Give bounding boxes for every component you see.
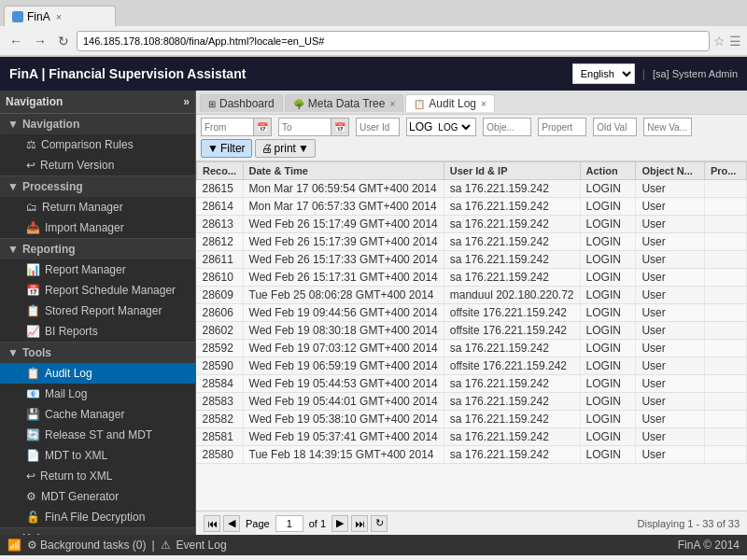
refresh-table-button[interactable]: ↻ [371, 515, 388, 532]
cell-datetime: Wed Feb 26 15:17:31 GMT+400 2014 [243, 269, 444, 287]
header-right: English | [sa] System Admin [572, 63, 738, 84]
table-row[interactable]: 28584 Wed Feb 19 05:44:53 GMT+400 2014 s… [197, 375, 747, 393]
sidebar-item-fina-file-decryption[interactable]: 🔓 FinA File Decryption [0, 507, 195, 527]
property-input[interactable] [539, 119, 585, 135]
user-id-filter[interactable] [356, 118, 400, 136]
object-filter[interactable] [483, 118, 531, 136]
page-number-input[interactable] [275, 515, 303, 532]
sidebar-collapse-btn[interactable]: » [183, 95, 190, 108]
menu-icon[interactable]: ☰ [729, 34, 741, 49]
table-row[interactable]: 28581 Wed Feb 19 05:37:41 GMT+400 2014 s… [197, 428, 747, 446]
event-log-label[interactable]: Event Log [176, 539, 227, 552]
user-id-input[interactable] [357, 119, 399, 135]
table-row[interactable]: 28592 Wed Feb 19 07:03:12 GMT+400 2014 s… [197, 340, 747, 357]
from-filter[interactable]: 📅 [201, 118, 272, 136]
log-select-wrapper[interactable]: LOG LOG [406, 118, 476, 136]
next-page-button[interactable]: ▶ [331, 515, 348, 532]
table-row[interactable]: 28613 Wed Feb 26 15:17:49 GMT+400 2014 s… [197, 216, 747, 233]
address-input[interactable] [77, 31, 710, 51]
cell-datetime: Wed Feb 19 06:59:19 GMT+400 2014 [243, 357, 444, 375]
sidebar-item-bi-reports[interactable]: 📈 BI Reports [0, 321, 195, 342]
language-select[interactable]: English [572, 63, 635, 84]
prev-page-button[interactable]: ◀ [223, 515, 240, 532]
cell-record: 28582 [197, 411, 244, 428]
sidebar-group-header-navigation[interactable]: ▼ Navigation [0, 114, 195, 134]
sidebar-item-return-manager[interactable]: 🗂 Return Manager [0, 197, 195, 217]
background-tasks-label[interactable]: ⚙ Background tasks (0) [27, 539, 146, 552]
browser-tab-close[interactable]: × [56, 11, 62, 22]
sidebar-item-release-st-mdt[interactable]: 🔄 Release ST and MDT [0, 425, 195, 445]
sidebar-item-return-version[interactable]: ↩ Return Version [0, 155, 195, 175]
old-val-input[interactable] [594, 119, 636, 135]
table-row[interactable]: 28610 Wed Feb 26 15:17:31 GMT+400 2014 s… [197, 269, 747, 287]
table-row[interactable]: 28580 Tue Feb 18 14:39:15 GMT+400 2014 s… [197, 446, 747, 464]
sidebar-item-report-schedule-manager[interactable]: 📅 Report Schedule Manager [0, 280, 195, 301]
cell-object: User [636, 251, 704, 269]
object-input[interactable] [484, 119, 530, 135]
sidebar: Navigation » ▼ Navigation ⚖ Comparison R… [0, 91, 196, 535]
sidebar-item-mdt-to-xml[interactable]: 📄 MDT to XML [0, 445, 195, 466]
cell-datetime: Wed Feb 19 08:30:18 GMT+400 2014 [243, 322, 444, 340]
table-row[interactable]: 28602 Wed Feb 19 08:30:18 GMT+400 2014 o… [197, 322, 747, 340]
tab-meta-data-tree[interactable]: 🌳 Meta Data Tree × [285, 94, 404, 112]
browser-tab-title: FinA [27, 10, 50, 23]
print-button[interactable]: 🖨 print ▼ [255, 139, 316, 158]
browser-tab[interactable]: FinA × [4, 6, 116, 26]
tab-meta-data-close[interactable]: × [389, 99, 395, 109]
property-filter[interactable] [538, 118, 586, 136]
sidebar-item-mail-log[interactable]: 📧 Mail Log [0, 384, 195, 404]
from-calendar-icon[interactable]: 📅 [253, 119, 271, 135]
cell-record: 28583 [197, 393, 244, 411]
sidebar-item-return-to-xml[interactable]: ↩ Return to XML [0, 466, 195, 486]
sidebar-header[interactable]: Navigation » [0, 91, 195, 114]
sidebar-group-header-help[interactable]: ▼ Help [0, 528, 195, 535]
table-row[interactable]: 28612 Wed Feb 26 15:17:39 GMT+400 2014 s… [197, 233, 747, 251]
new-val-filter[interactable] [643, 118, 692, 136]
tab-audit-log-label: Audit Log [429, 97, 476, 110]
first-page-button[interactable]: ⏮ [204, 515, 220, 532]
sidebar-item-mdt-generator[interactable]: ⚙ MDT Generator [0, 486, 195, 507]
old-val-filter[interactable] [593, 118, 637, 136]
last-page-button[interactable]: ⏭ [351, 515, 368, 532]
back-button[interactable]: ← [6, 32, 26, 50]
from-input[interactable] [202, 119, 253, 135]
cell-userid: manduul 202.180.220.72 [444, 287, 580, 304]
forward-button[interactable]: → [30, 32, 50, 50]
table-row[interactable]: 28614 Mon Mar 17 06:57:33 GMT+400 2014 s… [197, 198, 747, 216]
sidebar-group-header-tools[interactable]: ▼ Tools [0, 343, 195, 363]
table-row[interactable]: 28611 Wed Feb 26 15:17:33 GMT+400 2014 s… [197, 251, 747, 269]
to-filter[interactable]: 📅 [278, 118, 349, 136]
sidebar-item-label: Report Manager [45, 263, 126, 276]
cell-action: LOGIN [580, 304, 636, 322]
tab-dashboard[interactable]: ⊞ Dashboard [200, 94, 283, 112]
sidebar-item-report-manager[interactable]: 📊 Report Manager [0, 259, 195, 280]
bookmark-icon[interactable]: ☆ [713, 34, 726, 49]
table-row[interactable]: 28606 Wed Feb 19 09:44:56 GMT+400 2014 o… [197, 304, 747, 322]
sidebar-group-header-processing[interactable]: ▼ Processing [0, 176, 195, 197]
sidebar-item-cache-manager[interactable]: 💾 Cache Manager [0, 404, 195, 425]
to-calendar-icon[interactable]: 📅 [331, 119, 348, 135]
to-input[interactable] [279, 119, 331, 135]
sidebar-group-label-navigation: Navigation [22, 118, 79, 131]
sidebar-item-audit-log[interactable]: 📋 Audit Log [0, 363, 195, 384]
table-row[interactable]: 28582 Wed Feb 19 05:38:10 GMT+400 2014 s… [197, 411, 747, 428]
cell-datetime: Mon Mar 17 06:57:33 GMT+400 2014 [243, 198, 444, 216]
col-header-prop: Pro... [704, 162, 746, 180]
tab-audit-log-close[interactable]: × [481, 99, 486, 109]
new-val-input[interactable] [644, 119, 691, 135]
table-row[interactable]: 28615 Mon Mar 17 06:59:54 GMT+400 2014 s… [197, 180, 747, 198]
sidebar-group-header-reporting[interactable]: ▼ Reporting [0, 239, 195, 259]
sidebar-item-stored-report-manager[interactable]: 📋 Stored Report Manager [0, 301, 195, 321]
tab-audit-log[interactable]: 📋 Audit Log × [405, 94, 495, 112]
schedule-icon: 📅 [26, 284, 40, 297]
table-row[interactable]: 28609 Tue Feb 25 08:06:28 GMT+400 2014 m… [197, 287, 747, 304]
filter-button[interactable]: ▼ Filter [201, 139, 252, 158]
refresh-button[interactable]: ↻ [54, 32, 73, 50]
sidebar-item-import-manager[interactable]: 📥 Import Manager [0, 217, 195, 238]
table-row[interactable]: 28590 Wed Feb 19 06:59:19 GMT+400 2014 o… [197, 357, 747, 375]
table-row[interactable]: 28583 Wed Feb 19 05:44:01 GMT+400 2014 s… [197, 393, 747, 411]
log-select[interactable]: LOG [434, 121, 473, 133]
cell-record: 28612 [197, 233, 244, 251]
sidebar-item-label: Stored Report Manager [45, 304, 162, 317]
sidebar-item-comparison-rules[interactable]: ⚖ Comparison Rules [0, 134, 195, 155]
